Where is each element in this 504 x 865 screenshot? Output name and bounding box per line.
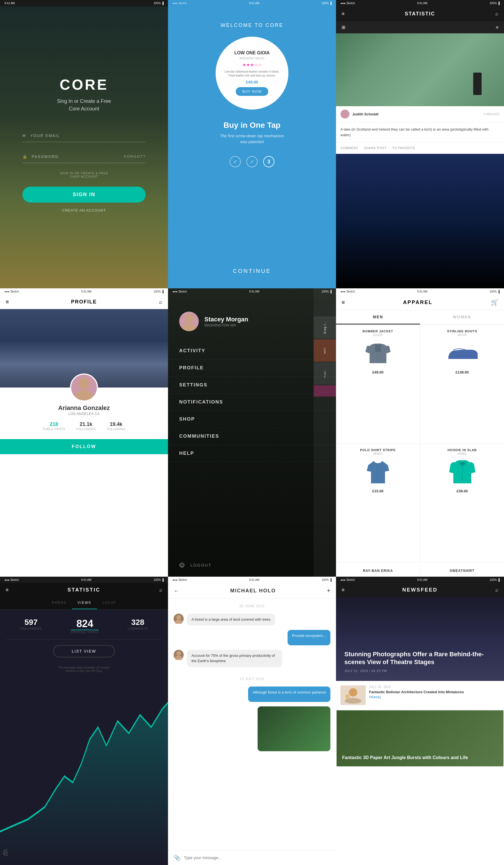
status-battery: 100% ▐ — [154, 2, 164, 5]
more-product-2[interactable]: SWEATSHIRT — [420, 565, 504, 577]
product-hoodie[interactable]: HOODIE IN SLAB #42801 £39.00 — [420, 444, 504, 562]
menu-icon[interactable]: ≡ — [342, 587, 345, 593]
buy-title: Buy in One Tap — [223, 121, 280, 130]
search-icon[interactable]: ⌕ — [159, 587, 162, 593]
comment-button[interactable]: COMMENT — [340, 146, 359, 150]
svg-point-2 — [185, 314, 194, 323]
menu-icon[interactable]: ≡ — [5, 299, 9, 305]
check-icon-2: ✓ — [250, 159, 254, 165]
tab-rrers[interactable]: RRERS — [46, 597, 72, 609]
menu-item-help[interactable]: HELP — [168, 445, 336, 462]
status-dots: ●●● Sketch — [173, 578, 187, 581]
create-account-button[interactable]: CREATE AN ACCOUNT — [62, 208, 106, 212]
list-view-button[interactable]: LIST VIEW — [53, 645, 115, 657]
gender-tabs: MEN WOMEN — [336, 310, 504, 325]
share-post-button[interactable]: SHARE POST — [364, 146, 387, 150]
product-price: £15.00 — [372, 489, 384, 493]
forgot-link[interactable]: FORGOT? — [124, 154, 145, 159]
comments-stat: 328 COMMENTS — [128, 618, 148, 634]
news-item-1[interactable]: JULY 25, 2015 Fantastic Bolivian Archite… — [336, 681, 504, 710]
product-name: HOODIE IN SLAB — [447, 448, 477, 452]
continue-button[interactable]: CONTINUE — [233, 268, 271, 274]
profile-name: Arianna Gonzalez — [58, 404, 110, 412]
product-price: £49.00 — [372, 370, 384, 374]
grid-icon[interactable]: ⊞ — [342, 25, 345, 30]
add-button[interactable]: + — [327, 587, 330, 594]
right-panel-items: Greg I... HOT Roger... — [314, 288, 336, 396]
newsfeed-title: NEWSFEED — [345, 587, 495, 593]
product-code: #21215 — [373, 333, 383, 336]
status-battery: 100% ▐ — [322, 2, 331, 5]
profile-views-stat: 824 PROFILE VIEWS — [71, 618, 99, 634]
status-bar: ●●● Sketch 9:41 AM 100% ▐ — [336, 0, 504, 7]
step-2-check: ✓ — [246, 156, 258, 167]
news-item-2[interactable]: Fantastic 3D Paper Art Jungle Bursts wit… — [337, 710, 503, 766]
chart-description: The Average Daily Number Of Unique Visit… — [0, 663, 168, 675]
search-icon[interactable]: ⌕ — [159, 299, 162, 305]
logout-bar[interactable]: ⏻ LOGOUT — [168, 553, 336, 577]
article-text: A lake (in Scotland and Ireland they can… — [336, 122, 504, 142]
menu-item-settings[interactable]: SETTINGS — [168, 377, 336, 394]
back-button[interactable]: ← — [174, 588, 179, 594]
date-separator-2: 15 JULY 2015 — [174, 671, 330, 687]
menu-icon[interactable]: ≡ — [342, 299, 345, 306]
msg-avatar-1 — [174, 614, 184, 624]
following-label: FOLLOWING — [107, 427, 126, 431]
menu-item-notifications[interactable]: NOTIFICATIONS — [168, 394, 336, 411]
menu-item-communities[interactable]: COMMUNITIES — [168, 428, 336, 445]
search-icon[interactable]: ⌕ — [495, 587, 499, 593]
cart-icon[interactable]: 🛒 — [491, 299, 499, 306]
menu-lines-icon[interactable]: ≡ — [496, 25, 499, 30]
news-title-2: Fantastic 3D Paper Art Jungle Bursts wit… — [342, 754, 498, 761]
user-info: Stacey Morgan WASHINGTON WA — [204, 316, 248, 327]
power-icon: ⏻ — [179, 562, 185, 568]
stats-row: 218 PUBLIC POSTS 21.1k FOLLOWERS 19.4k F… — [43, 422, 125, 431]
news-list: JULY 25, 2015 Fantastic Bolivian Archite… — [336, 681, 504, 865]
message-input[interactable] — [184, 855, 330, 860]
menu-item-shop[interactable]: SHOP — [168, 411, 336, 428]
tab-views[interactable]: VIEWS — [72, 597, 97, 609]
right-panel: Greg I... HOT Roger... — [314, 288, 336, 577]
statistic-title: STATISTIC — [9, 587, 159, 593]
header-right-icons: ⌕ — [495, 11, 499, 17]
rp-item-hot: HOT — [314, 339, 336, 362]
divider — [5, 639, 162, 639]
avatar-container — [70, 373, 98, 402]
product-card: LOW ONE GIOIA ANTHONY MILES ★★★☆☆ Low to… — [215, 37, 289, 109]
tab-men[interactable]: MEN — [336, 310, 420, 324]
status-bar: ●●● Sketch 9:41 AM 100% ▐ — [168, 577, 336, 583]
favorite-button[interactable]: TO FAVORITE — [392, 146, 415, 150]
menu-item-profile[interactable]: PROFILE — [168, 359, 336, 377]
tab-women[interactable]: WOMEN — [420, 310, 504, 324]
logout-label: LOGOUT — [190, 563, 211, 567]
rp-item-3: Roger... — [314, 362, 336, 385]
comments-count: 328 — [128, 618, 148, 627]
svg-point-5 — [461, 462, 464, 464]
menu-icon[interactable]: ≡ — [5, 587, 9, 593]
buy-now-button[interactable]: BUY NOW — [236, 87, 269, 96]
attach-icon[interactable]: 📎 — [174, 854, 180, 861]
follow-button[interactable]: FOLLOW — [0, 439, 168, 454]
email-field[interactable]: ✉ YOUR EMAIL — [22, 129, 145, 142]
followers-count: 597 — [20, 618, 42, 627]
product-stirling-boots[interactable]: STIRLING BOOTS #65720 £138.00 — [420, 325, 504, 443]
msg-options-2 — [253, 695, 326, 699]
msg-bubble-1: A forest is a large area of land covered… — [187, 614, 275, 625]
menu-item-activity[interactable]: ACTIVITY — [168, 343, 336, 359]
more-product-1[interactable]: RAY-BAN ERIKA — [336, 565, 420, 577]
posts-stat: 218 PUBLIC POSTS — [43, 422, 65, 431]
hero-title: Stunning Photographs Offer a Rare Behind… — [344, 650, 496, 666]
product-bomber-jacket[interactable]: BOMBER JACKET #21215 £49.00 — [336, 325, 420, 443]
search-icon[interactable]: ⌕ — [495, 11, 499, 17]
photo-bubble — [258, 706, 330, 751]
email-icon: ✉ — [22, 134, 26, 138]
sign-in-button[interactable]: SIGN IN — [22, 187, 145, 203]
status-bar: ●●● Sketch 9:41 AM 100% ▐ — [336, 288, 504, 295]
action-bar: COMMENT SHARE POST TO FAVORITE — [336, 142, 504, 154]
svg-point-13 — [349, 688, 357, 696]
tab-locat[interactable]: LOCAT — [97, 597, 122, 609]
menu-icon[interactable]: ≡ — [342, 11, 345, 17]
product-polo-shirt[interactable]: POLO SHIRT STRIPE #84931 £15.00 — [336, 444, 420, 562]
news-tag-1[interactable]: TRAVEL — [369, 696, 464, 699]
password-field[interactable]: 🔒 PASSWORD FORGOT? — [22, 150, 145, 163]
